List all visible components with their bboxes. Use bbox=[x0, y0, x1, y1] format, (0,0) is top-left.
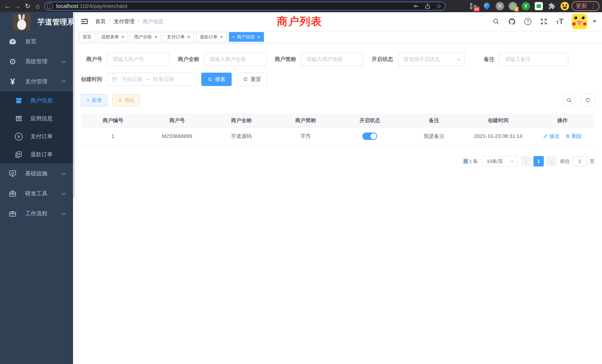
help-icon[interactable]: ? bbox=[524, 17, 532, 26]
date-range-picker[interactable]: 开始日期 - 结束日期 bbox=[107, 73, 196, 86]
close-icon[interactable]: × bbox=[154, 34, 157, 39]
sidebar-item-refund-order[interactable]: 退款订单 bbox=[0, 146, 73, 163]
avatar-dropdown-caret[interactable] bbox=[593, 20, 596, 23]
close-icon[interactable]: × bbox=[122, 34, 124, 39]
sidebar-item-pay[interactable]: ¥ 支付管理 bbox=[0, 72, 73, 92]
sidebar-item-app-info[interactable]: 应用信息 bbox=[0, 109, 73, 128]
sidebar-item-label: 基础设施 bbox=[25, 170, 47, 177]
tab-user-group[interactable]: 用户分组× bbox=[130, 32, 161, 42]
goto-page-input[interactable] bbox=[572, 156, 587, 166]
tab-home[interactable]: 首页 bbox=[79, 32, 95, 42]
browser-home-button[interactable]: ⌂ bbox=[33, 1, 43, 11]
header-search-icon[interactable] bbox=[492, 17, 500, 26]
extension-badge: 1 bbox=[514, 7, 519, 11]
field-label: 创建时间 bbox=[81, 76, 102, 83]
delete-link[interactable]: 删除 bbox=[565, 133, 582, 140]
top-navbar: 首页 / 支付管理 / 商户信息 商户列表 ? TT bbox=[73, 12, 602, 31]
field-label: 备注 bbox=[473, 56, 494, 63]
tab-refund-order[interactable]: 退款订单× bbox=[196, 32, 227, 42]
browser-back-button[interactable]: ← bbox=[3, 1, 13, 11]
fullscreen-icon[interactable] bbox=[540, 17, 548, 26]
column-header: 创建时间 bbox=[466, 117, 530, 124]
next-page-button[interactable]: › bbox=[546, 156, 556, 166]
prev-page-button[interactable]: ‹ bbox=[521, 156, 531, 166]
sidebar-item-devtools[interactable]: 研发工具 bbox=[0, 183, 73, 203]
status-select[interactable]: 请选择开启状态 bbox=[398, 53, 465, 66]
extension-session-icon[interactable]: 1 bbox=[509, 2, 517, 10]
date-start-placeholder[interactable]: 开始日期 bbox=[122, 76, 142, 83]
tab-pay-order[interactable]: 支付订单× bbox=[163, 32, 194, 42]
sidebar-item-infra[interactable]: 基础设施 bbox=[0, 163, 73, 183]
trash-icon bbox=[565, 134, 570, 139]
extensions-puzzle-icon[interactable] bbox=[548, 2, 556, 10]
share-icon[interactable] bbox=[425, 3, 430, 9]
edit-link[interactable]: 修改 bbox=[543, 133, 560, 140]
extension-chat-icon[interactable] bbox=[535, 2, 543, 10]
browser-update-menu-button[interactable]: 更新 ⋮ bbox=[572, 1, 599, 11]
status-toggle-on[interactable] bbox=[362, 132, 377, 140]
export-button[interactable]: 导出 bbox=[112, 94, 140, 106]
sidebar-item-home[interactable]: 首页 bbox=[0, 32, 73, 52]
address-bar[interactable]: i localhost:1024/pay/merchant ☆ bbox=[44, 2, 446, 11]
sidebar-collapse-icon[interactable] bbox=[80, 17, 89, 26]
search-icon bbox=[566, 97, 572, 103]
user-avatar[interactable] bbox=[572, 14, 587, 29]
extension-y-icon[interactable]: Y bbox=[522, 2, 530, 10]
short-name-input[interactable] bbox=[301, 53, 363, 66]
cell-create-time: 2021-10-23 08:31:14 bbox=[466, 133, 530, 139]
search-button[interactable]: 搜索 bbox=[201, 73, 232, 86]
bookmark-star-icon[interactable]: ☆ bbox=[436, 3, 442, 9]
extension-pin-icon[interactable] bbox=[483, 2, 491, 10]
merchant-no-input[interactable] bbox=[107, 53, 169, 66]
site-info-icon[interactable]: i bbox=[47, 3, 53, 9]
sidebar-logo[interactable]: 芋道管理系统 bbox=[0, 12, 73, 32]
close-icon[interactable]: × bbox=[257, 34, 260, 39]
cell-remark: 我是备注 bbox=[402, 133, 466, 140]
extension-wallet-icon[interactable]: ◆ 10 bbox=[470, 2, 478, 10]
browser-reload-button[interactable]: ↻ bbox=[23, 1, 33, 11]
page-annotation-title: 商户列表 bbox=[277, 14, 322, 29]
chevron-down-icon bbox=[62, 59, 66, 63]
column-header: 商户简称 bbox=[274, 117, 338, 124]
reset-button[interactable]: 重置 bbox=[237, 73, 267, 86]
breadcrumb-home[interactable]: 首页 bbox=[95, 18, 106, 25]
field-label: 商户简称 bbox=[275, 56, 296, 63]
browser-profile-avatar[interactable] bbox=[560, 2, 569, 10]
refresh-table-button[interactable] bbox=[581, 93, 595, 107]
add-button[interactable]: + 新增 bbox=[81, 94, 107, 106]
sidebar-item-system[interactable]: ⚙ 系统管理 bbox=[0, 52, 73, 72]
breadcrumb-section[interactable]: 支付管理 bbox=[114, 18, 135, 25]
remark-input[interactable] bbox=[499, 53, 568, 66]
column-header: 商户号 bbox=[145, 117, 209, 124]
extension-icons: ◆ 10 ⌘ 1 Y bbox=[470, 2, 569, 10]
grid-icon bbox=[14, 115, 23, 122]
table-row: 1 M233666999 芋道源码 芋艿 我是备注 2021-10-23 08:… bbox=[81, 128, 595, 145]
font-size-icon[interactable]: TT bbox=[556, 17, 564, 26]
tab-process-form[interactable]: 流程表单× bbox=[97, 32, 128, 42]
sidebar-item-merchant-info[interactable]: 商户信息 bbox=[0, 92, 73, 109]
full-name-input[interactable] bbox=[204, 53, 266, 66]
password-key-icon[interactable] bbox=[413, 3, 419, 9]
url-path: :1024/pay/merchant bbox=[78, 3, 127, 9]
page-1-button[interactable]: 1 bbox=[533, 156, 544, 166]
close-icon[interactable]: × bbox=[220, 34, 223, 39]
wallet-bars bbox=[470, 3, 472, 9]
close-icon[interactable]: × bbox=[187, 34, 190, 39]
cell-short-name: 芋艿 bbox=[274, 133, 338, 140]
filter-short-name: 商户简称 bbox=[275, 53, 363, 66]
github-icon[interactable] bbox=[508, 17, 516, 26]
column-header: 商户编号 bbox=[81, 117, 145, 124]
sidebar-item-pay-order[interactable]: ¥ 支付订单 bbox=[0, 128, 73, 146]
url-text: localhost:1024/pay/merchant bbox=[56, 3, 413, 9]
search-icon bbox=[208, 77, 212, 82]
toggle-search-button[interactable] bbox=[562, 93, 576, 107]
merchant-table: 商户编号 商户号 商户全称 商户简称 开启状态 备注 创建时间 操作 1 M23… bbox=[81, 114, 595, 145]
page-size-select[interactable]: 10条/页 bbox=[482, 156, 517, 166]
sidebar-item-workflow[interactable]: 工作流程 bbox=[0, 203, 73, 224]
extension-command-icon[interactable]: ⌘ bbox=[496, 2, 504, 10]
pay-submenu: 商户信息 应用信息 ¥ 支付订单 退款订单 bbox=[0, 92, 73, 163]
browser-forward-button[interactable]: → bbox=[13, 1, 23, 11]
sidebar-scrollbar-thumb[interactable] bbox=[73, 13, 75, 198]
date-end-placeholder[interactable]: 结束日期 bbox=[153, 76, 174, 83]
tab-merchant-info[interactable]: ●商户信息× bbox=[229, 32, 264, 42]
